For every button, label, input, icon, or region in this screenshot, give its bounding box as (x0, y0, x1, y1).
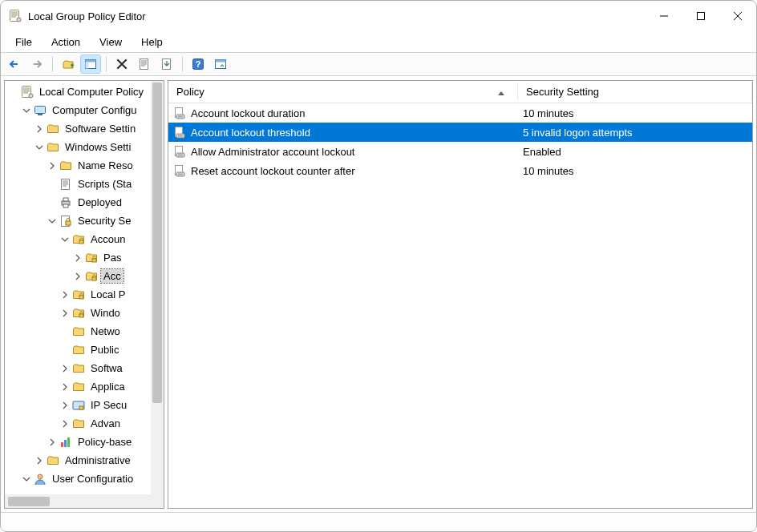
window: Local Group Policy Editor File Action Vi… (0, 0, 757, 532)
tree-node[interactable]: Local P (5, 285, 164, 304)
policy-row[interactable]: Account lockout duration10 minutes (168, 103, 752, 123)
tree-node[interactable]: Administrative (5, 451, 164, 470)
delete-button[interactable] (111, 54, 132, 74)
chevron-right-icon[interactable] (34, 123, 45, 135)
tree-node-label: Local P (88, 288, 128, 301)
folder-icon (72, 362, 85, 375)
tree-node[interactable]: Windows Setti (5, 138, 164, 156)
tree-node[interactable]: Software Settin (5, 119, 164, 138)
help-button[interactable]: ? (188, 54, 208, 74)
tree-horizontal-scrollbar[interactable] (5, 494, 164, 508)
forward-button[interactable] (26, 54, 47, 74)
tree-node[interactable]: Deployed (5, 193, 164, 212)
close-button[interactable] (719, 3, 756, 29)
tree-node-label: Windows Setti (63, 140, 133, 154)
tree-node[interactable]: Local Computer Policy (5, 83, 164, 101)
tree-node[interactable]: Name Reso (5, 156, 164, 175)
chevron-down-icon[interactable] (21, 474, 32, 485)
tree-node[interactable]: Acc (5, 267, 164, 285)
menu-help[interactable]: Help (133, 34, 171, 50)
scroll-thumb[interactable] (8, 497, 50, 506)
policy-row[interactable]: Reset account lockout counter after10 mi… (168, 161, 752, 180)
toolbar: ? (1, 52, 756, 76)
tree-node-label: User Configuratio (50, 472, 136, 486)
policy-name: Reset account lockout counter after (191, 165, 355, 177)
tree-node[interactable]: Netwo (5, 322, 164, 341)
up-button[interactable] (58, 54, 79, 74)
refresh-button[interactable] (210, 54, 231, 74)
tree-twisty-none (8, 87, 19, 98)
chevron-down-icon[interactable] (47, 216, 58, 227)
titlebar: Local Group Policy Editor (1, 1, 756, 31)
window-title: Local Group Policy Editor (28, 10, 146, 22)
printer-icon (59, 196, 72, 209)
chevron-right-icon[interactable] (59, 381, 71, 393)
chevron-right-icon[interactable] (47, 437, 58, 448)
tree-node[interactable]: Softwa (5, 359, 164, 377)
tree-twisty-none (59, 345, 71, 356)
tree-vertical-scrollbar[interactable] (151, 81, 164, 494)
chevron-down-icon[interactable] (21, 105, 32, 116)
chevron-right-icon[interactable] (72, 252, 83, 264)
tree-node-label: Administrative (63, 453, 133, 467)
tree-scroll[interactable]: Local Computer PolicyComputer ConfiguSof… (5, 81, 164, 494)
chevron-right-icon[interactable] (47, 160, 58, 171)
policy-icon (173, 164, 186, 177)
chevron-down-icon[interactable] (59, 234, 71, 245)
tree-node[interactable]: Advan (5, 414, 164, 433)
tree-node[interactable]: IP Secu (5, 396, 164, 414)
tree-twisty-none (59, 326, 71, 337)
column-security-setting[interactable]: Security Setting (518, 83, 752, 101)
menubar: File Action View Help (1, 31, 756, 52)
menu-action[interactable]: Action (43, 34, 88, 50)
tree-node[interactable]: Applica (5, 377, 164, 396)
svg-rect-18 (63, 198, 68, 201)
policy-row[interactable]: Account lockout threshold5 invalid logon… (168, 123, 752, 142)
svg-rect-15 (38, 114, 43, 115)
svg-rect-29 (61, 442, 63, 447)
policy-value: 5 invalid logon attempts (518, 127, 752, 139)
chevron-right-icon[interactable] (59, 308, 71, 319)
tree-node-label: Local Computer Policy (37, 85, 146, 99)
policy-icon (173, 107, 186, 119)
tree-node[interactable]: Policy-base (5, 433, 164, 451)
export-button[interactable] (156, 54, 177, 74)
policy-row[interactable]: Allow Administrator account lockoutEnabl… (168, 142, 752, 161)
tree-node[interactable]: Windo (5, 304, 164, 322)
scroll-thumb[interactable] (152, 83, 162, 403)
svg-text:?: ? (196, 59, 201, 69)
tree-node[interactable]: Scripts (Sta (5, 175, 164, 193)
menu-file[interactable]: File (7, 34, 40, 50)
toolbar-separator (182, 56, 183, 72)
svg-rect-23 (92, 259, 96, 262)
tree-node[interactable]: User Configuratio (5, 470, 164, 488)
chevron-right-icon[interactable] (59, 363, 71, 374)
folder-icon (72, 417, 85, 430)
tree-node[interactable]: Computer Configu (5, 101, 164, 119)
chevron-right-icon[interactable] (34, 455, 45, 466)
gpedit-icon (21, 86, 34, 99)
chevron-right-icon[interactable] (72, 271, 83, 282)
chevron-right-icon[interactable] (59, 418, 71, 429)
tree-node-label: Computer Configu (50, 103, 140, 117)
folder-icon (47, 123, 59, 135)
tree-node[interactable]: Accoun (5, 230, 164, 248)
show-hide-tree-button[interactable] (80, 54, 101, 74)
maximize-button[interactable] (682, 3, 719, 29)
chevron-right-icon[interactable] (59, 289, 71, 300)
tree-node-label: IP Secu (88, 398, 129, 412)
tree-node[interactable]: Public (5, 341, 164, 359)
back-button[interactable] (4, 54, 25, 74)
tree-node[interactable]: Security Se (5, 212, 164, 230)
tree-node[interactable]: Pas (5, 248, 164, 267)
folderLock-icon (85, 252, 98, 264)
column-policy[interactable]: Policy (168, 83, 518, 101)
chevron-down-icon[interactable] (34, 142, 45, 153)
svg-rect-38 (178, 135, 183, 137)
minimize-button[interactable] (646, 3, 682, 29)
chevron-right-icon[interactable] (59, 400, 71, 411)
menu-view[interactable]: View (91, 34, 130, 50)
properties-button[interactable] (134, 54, 155, 74)
policy-value: 10 minutes (518, 165, 752, 177)
folder-icon (47, 454, 59, 467)
